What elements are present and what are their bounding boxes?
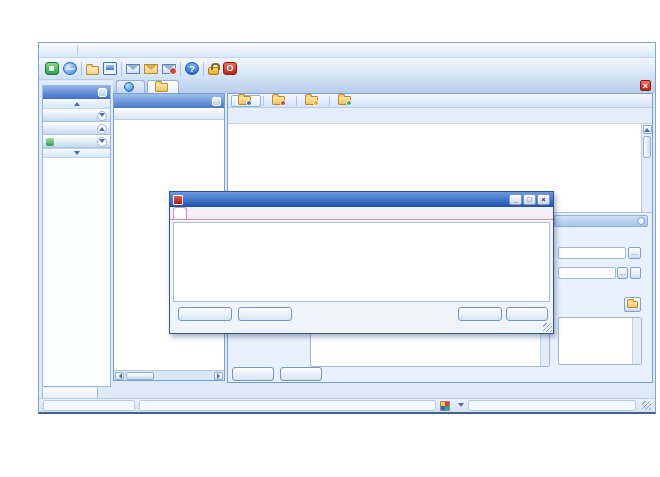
document-tabbar: × — [113, 79, 655, 93]
scroll-left-icon[interactable] — [115, 372, 124, 380]
permissions-table-wrap — [173, 222, 550, 302]
lock-icon[interactable] — [208, 67, 219, 75]
home-icon — [124, 82, 134, 92]
sidebar-group-document[interactable] — [43, 122, 110, 135]
sidebar-menu-icon[interactable] — [98, 88, 107, 97]
table-vertical-scrollbar[interactable] — [641, 124, 652, 212]
group-by-bar[interactable] — [228, 108, 652, 124]
working-version-icon — [238, 96, 251, 105]
tab-working-version[interactable] — [231, 95, 261, 107]
ui-style-icon[interactable] — [440, 401, 450, 411]
menu-window[interactable] — [80, 49, 94, 51]
maximize-icon[interactable]: □ — [523, 194, 536, 205]
archived-version-icon — [272, 96, 285, 105]
main-toolbar: ? O — [39, 58, 655, 80]
menu-separator — [77, 45, 78, 55]
chevron-up-icon[interactable] — [97, 124, 107, 134]
folder-icon — [155, 83, 168, 92]
tree-panel-menu-icon[interactable] — [212, 97, 221, 106]
power-icon[interactable]: O — [223, 62, 237, 75]
update-button[interactable] — [232, 367, 274, 381]
mail-receive-icon[interactable] — [144, 64, 158, 74]
mail-icon[interactable] — [126, 64, 140, 74]
project-icon — [46, 138, 54, 146]
ellipsis-button[interactable]: … — [628, 247, 641, 259]
clear-button[interactable] — [630, 267, 641, 279]
detail-form-header — [554, 215, 648, 227]
tab-archived-version[interactable] — [266, 95, 294, 107]
help-icon[interactable]: ? — [185, 62, 199, 75]
dialog-resize-grip[interactable] — [543, 323, 552, 332]
ok-button[interactable] — [458, 307, 502, 321]
scrollbar-thumb[interactable] — [643, 136, 651, 158]
globe-icon[interactable] — [63, 62, 77, 75]
scroll-up-icon[interactable] — [643, 125, 652, 134]
browse-folder-button[interactable] — [624, 297, 641, 312]
history-version-icon — [305, 96, 318, 105]
status-bar — [39, 398, 655, 412]
monitor-icon[interactable] — [103, 62, 117, 75]
dialog-titlebar[interactable]: _ □ × — [170, 192, 553, 207]
minimize-icon[interactable]: _ — [509, 194, 522, 205]
menu-plugins[interactable] — [94, 49, 108, 51]
tab-folder-permissions[interactable] — [173, 207, 187, 219]
tab-home[interactable] — [116, 80, 145, 93]
dialog-footer — [170, 307, 553, 322]
sidebar — [42, 85, 111, 387]
authorization-icon — [173, 195, 183, 205]
scrollbar-thumb[interactable] — [126, 372, 154, 380]
sidebar-header — [43, 86, 110, 99]
close-tab-icon[interactable]: × — [640, 80, 651, 91]
sidebar-group-project[interactable] — [43, 135, 110, 148]
permission-sync-button[interactable] — [238, 307, 292, 321]
authorization-dialog: _ □ × — [169, 191, 554, 334]
tab-all-versions[interactable] — [332, 95, 360, 107]
tree-horizontal-scrollbar[interactable] — [114, 370, 224, 380]
cancel-button[interactable] — [506, 307, 548, 321]
status-ready-field — [139, 400, 436, 411]
permission-button[interactable] — [280, 367, 322, 381]
dialog-tab-strip — [170, 207, 553, 220]
sidebar-group-work[interactable] — [43, 109, 110, 122]
close-icon[interactable]: × — [537, 194, 550, 205]
resize-grip[interactable] — [642, 401, 651, 410]
menu-system[interactable] — [47, 49, 61, 51]
tab-library[interactable] — [147, 80, 179, 93]
detail-field-2[interactable] — [558, 267, 616, 279]
all-versions-icon — [338, 96, 351, 105]
chevron-down-icon[interactable] — [458, 403, 464, 410]
sidebar-scroll-up[interactable] — [43, 99, 110, 109]
tab-history-version[interactable] — [299, 95, 327, 107]
quick-setup-button[interactable] — [178, 307, 232, 321]
detail-textarea[interactable] — [558, 317, 642, 365]
sidebar-scroll-down[interactable] — [43, 148, 110, 158]
chevron-down-icon[interactable] — [97, 137, 107, 147]
ellipsis-button[interactable]: … — [617, 267, 628, 279]
detail-field-1[interactable] — [558, 247, 626, 259]
pin-icon[interactable] — [637, 217, 645, 225]
menu-bar — [39, 43, 655, 58]
app-window: ? O × — [38, 42, 656, 414]
menu-help[interactable] — [108, 49, 122, 51]
tree-column-header[interactable] — [114, 108, 224, 120]
tree-header — [114, 94, 224, 108]
scroll-right-icon[interactable] — [214, 372, 223, 380]
system-icon[interactable] — [45, 62, 59, 75]
mail-alert-icon[interactable] — [162, 64, 176, 74]
company-field — [43, 400, 135, 411]
version-tab-strip — [228, 94, 652, 108]
menu-tools[interactable] — [61, 49, 75, 51]
session-info-field — [468, 400, 636, 411]
chevron-down-icon[interactable] — [97, 111, 107, 121]
open-folder-icon[interactable] — [86, 66, 99, 75]
